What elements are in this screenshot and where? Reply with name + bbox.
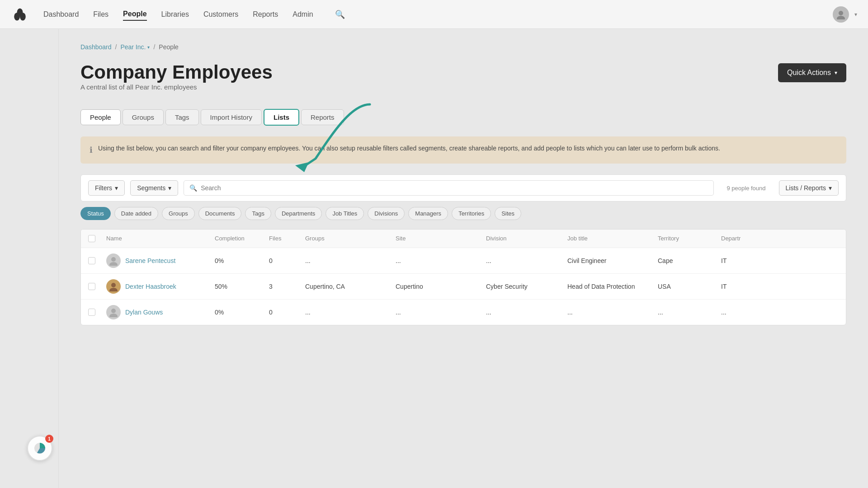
row2-territory: USA: [658, 283, 721, 290]
lists-reports-button[interactable]: Lists / Reports ▾: [779, 180, 839, 196]
chip-managers[interactable]: Managers: [408, 207, 448, 220]
breadcrumb-current: People: [159, 43, 179, 51]
avatar[interactable]: [833, 6, 849, 23]
filters-button[interactable]: Filters ▾: [88, 180, 125, 196]
table-row: Dylan Gouws 0% 0 ... ... ... ... ... ...: [81, 300, 846, 325]
row3-job-title: ...: [567, 309, 658, 316]
row3-person: Dylan Gouws: [106, 305, 215, 319]
table-row: Sarene Pentecust 0% 0 ... ... ... Civil …: [81, 248, 846, 274]
breadcrumb-dashboard[interactable]: Dashboard: [80, 43, 112, 51]
row1-territory: Cape: [658, 257, 721, 264]
tab-reports[interactable]: Reports: [301, 109, 344, 125]
nav-customers[interactable]: Customers: [203, 9, 238, 20]
tab-tags[interactable]: Tags: [165, 109, 199, 125]
row2-completion: 50%: [215, 283, 269, 290]
select-all-checkbox[interactable]: [88, 235, 95, 242]
chip-territories[interactable]: Territories: [452, 207, 491, 220]
row2-files: 3: [269, 283, 305, 290]
table-header-row: Name Completion Files Groups Site Divisi…: [81, 230, 846, 248]
search-input[interactable]: [201, 184, 708, 192]
pie-chart-icon: [33, 442, 46, 455]
row1-checkbox[interactable]: [88, 257, 106, 264]
row1-avatar: [106, 253, 121, 268]
people-table: Name Completion Files Groups Site Divisi…: [80, 229, 846, 325]
tabs-container: People Groups Tags Import History Lists …: [80, 109, 846, 126]
chip-departments[interactable]: Departments: [275, 207, 322, 220]
row2-groups: Cupertino, CA: [305, 283, 396, 290]
row2-avatar: [106, 279, 121, 294]
nav-admin[interactable]: Admin: [292, 9, 313, 20]
search-icon[interactable]: 🔍: [335, 9, 345, 19]
row1-person: Sarene Pentecust: [106, 253, 215, 268]
tab-groups[interactable]: Groups: [123, 109, 164, 125]
svg-point-3: [839, 11, 843, 15]
nav-files[interactable]: Files: [93, 9, 108, 20]
notification-count: 1: [45, 435, 53, 443]
people-found-count: 9 people found: [719, 185, 774, 192]
svg-point-8: [111, 283, 116, 287]
breadcrumb-company[interactable]: Pear Inc. ▾: [120, 43, 150, 51]
table-row: Dexter Haasbroek 50% 3 Cupertino, CA Cup…: [81, 274, 846, 300]
header-territory: Territory: [658, 235, 721, 242]
app-logo[interactable]: [11, 5, 29, 23]
header-job-title: Job title: [567, 235, 658, 242]
page-title: Company Employees: [80, 61, 273, 83]
row3-groups: ...: [305, 309, 396, 316]
tab-lists[interactable]: Lists: [264, 109, 299, 126]
header-department: Departr: [721, 235, 775, 242]
tab-import-history[interactable]: Import History: [201, 109, 262, 125]
tab-people[interactable]: People: [80, 109, 121, 125]
breadcrumb-sep-2: /: [153, 43, 155, 51]
page-subtitle: A central list of all Pear Inc. employee…: [80, 83, 273, 91]
nav-people[interactable]: People: [123, 8, 146, 21]
row2-department: IT: [721, 283, 775, 290]
svg-point-4: [837, 16, 845, 19]
header-division: Division: [486, 235, 567, 242]
row1-department: IT: [721, 257, 775, 264]
sidebar: [0, 29, 59, 488]
notification-badge[interactable]: 1: [27, 436, 52, 461]
chip-sites[interactable]: Sites: [495, 207, 521, 220]
chip-job-titles[interactable]: Job Titles: [326, 207, 364, 220]
svg-point-7: [109, 262, 118, 266]
header-checkbox-col: [88, 235, 106, 242]
filter-chips: Status Date added Groups Documents Tags …: [80, 207, 846, 220]
info-icon: ℹ: [90, 144, 93, 156]
svg-point-1: [14, 13, 20, 21]
nav-reports[interactable]: Reports: [253, 9, 278, 20]
row3-name[interactable]: Dylan Gouws: [125, 309, 163, 316]
row2-division: Cyber Security: [486, 283, 567, 290]
svg-point-10: [111, 309, 116, 313]
nav-libraries[interactable]: Libraries: [161, 9, 189, 20]
row1-files: 0: [269, 257, 305, 264]
segments-chevron: ▾: [168, 184, 171, 192]
info-banner: ℹ Using the list below, you can search a…: [80, 136, 846, 164]
row1-groups: ...: [305, 257, 396, 264]
search-icon: 🔍: [189, 184, 197, 192]
row1-completion: 0%: [215, 257, 269, 264]
chip-date-added[interactable]: Date added: [114, 207, 158, 220]
row2-site: Cupertino: [396, 283, 486, 290]
header-completion: Completion: [215, 235, 269, 242]
row1-job-title: Civil Engineer: [567, 257, 658, 264]
header-name: Name: [106, 235, 215, 242]
row2-checkbox[interactable]: [88, 283, 106, 290]
breadcrumb-sep-1: /: [115, 43, 117, 51]
row2-job-title: Head of Data Protection: [567, 283, 658, 290]
row3-checkbox[interactable]: [88, 309, 106, 316]
chip-status[interactable]: Status: [80, 207, 111, 220]
nav-dashboard[interactable]: Dashboard: [43, 9, 79, 20]
nav-links: Dashboard Files People Libraries Custome…: [43, 8, 833, 21]
row2-name[interactable]: Dexter Haasbroek: [125, 283, 176, 290]
segments-button[interactable]: Segments ▾: [130, 180, 178, 196]
row1-name[interactable]: Sarene Pentecust: [125, 257, 175, 264]
chip-groups[interactable]: Groups: [162, 207, 195, 220]
user-menu-chevron[interactable]: ▾: [854, 11, 857, 18]
chip-documents[interactable]: Documents: [198, 207, 242, 220]
annotation-arrow: [252, 95, 379, 177]
chip-divisions[interactable]: Divisions: [368, 207, 405, 220]
chip-tags[interactable]: Tags: [245, 207, 271, 220]
svg-point-6: [111, 257, 116, 262]
quick-actions-button[interactable]: Quick Actions ▾: [778, 63, 846, 82]
search-bar: 🔍: [184, 180, 713, 196]
